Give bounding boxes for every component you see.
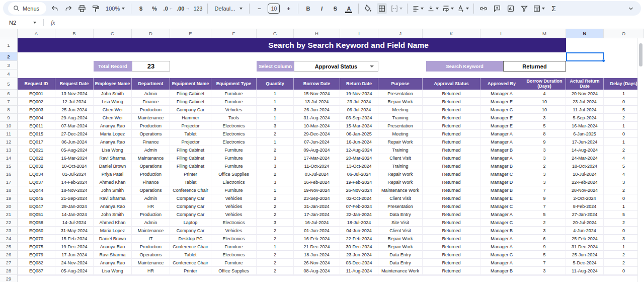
table-column-header[interactable]: Request Date xyxy=(55,78,94,90)
row-header-1[interactable]: 1 xyxy=(0,38,18,52)
table-column-header[interactable]: Equipment Type xyxy=(211,78,257,90)
table-cell[interactable]: Manager C xyxy=(480,219,523,227)
table-cell[interactable]: Manager C xyxy=(480,251,523,259)
table-cell[interactable]: Printer xyxy=(170,267,211,275)
table-cell[interactable]: 2 xyxy=(257,210,294,219)
table-cell[interactable]: Returned xyxy=(423,106,480,114)
table-cell[interactable]: Company Car xyxy=(170,202,211,210)
table-cell[interactable]: 3 xyxy=(523,154,566,162)
table-cell[interactable]: 09-Aug-2024 xyxy=(294,146,340,154)
row-header-11[interactable]: 11 xyxy=(0,130,18,138)
table-cell[interactable]: Ananya Rao xyxy=(94,138,132,146)
table-cell[interactable]: Ahmed Khan xyxy=(94,178,132,186)
insert-chart-button[interactable] xyxy=(506,3,516,14)
table-cell[interactable]: Electronics xyxy=(211,178,257,186)
table-cell[interactable]: EQ001 xyxy=(18,90,55,98)
table-cell[interactable]: 11-Aug-2024 xyxy=(566,267,604,275)
table-cell[interactable]: 3 xyxy=(523,114,566,122)
vertical-align-button[interactable] xyxy=(427,3,439,14)
table-cell[interactable]: 1 xyxy=(257,114,294,122)
table-cell[interactable]: Manager B xyxy=(480,186,523,194)
table-cell[interactable]: John Smith xyxy=(94,186,132,194)
column-header-G[interactable]: G xyxy=(257,29,294,38)
table-cell[interactable]: 24-Nov-2024 xyxy=(55,259,94,267)
table-cell[interactable]: 3 xyxy=(257,122,294,130)
table-cell[interactable]: 13-Nov-2024 xyxy=(55,90,94,98)
column-header-K[interactable]: K xyxy=(423,29,480,38)
table-cell[interactable]: 08-Aug-2024 xyxy=(294,267,340,275)
horizontal-align-button[interactable] xyxy=(412,3,424,14)
table-cell[interactable]: Data Entry xyxy=(378,210,423,219)
table-cell[interactable]: 3 xyxy=(523,227,566,235)
table-cell[interactable]: 1 xyxy=(257,138,294,146)
print-button[interactable] xyxy=(77,3,87,14)
column-header-O[interactable]: O xyxy=(604,29,644,38)
table-cell[interactable]: 25-Jun-2024 xyxy=(55,106,94,114)
paint-format-button[interactable] xyxy=(91,3,101,14)
table-cell[interactable]: 2 xyxy=(523,219,566,227)
table-cell[interactable]: 5-Dec-2024 xyxy=(566,259,604,267)
column-header-I[interactable]: I xyxy=(340,29,378,38)
table-cell[interactable]: Returned xyxy=(423,162,480,170)
table-cell[interactable]: Repair Work xyxy=(378,98,423,106)
table-cell[interactable]: Filing Cabinet xyxy=(170,98,211,106)
table-cell[interactable]: EQ087 xyxy=(18,267,55,275)
table-cell[interactable]: 23-Jul-2024 xyxy=(340,98,378,106)
table-cell[interactable]: EQ060 xyxy=(18,227,55,235)
table-cell[interactable]: Projector xyxy=(170,122,211,130)
table-cell[interactable]: Manager E xyxy=(480,98,523,106)
table-cell[interactable]: 31-May-2024 xyxy=(55,227,94,235)
row-header-21[interactable]: 21 xyxy=(0,210,18,219)
table-cell[interactable]: 3 xyxy=(523,170,566,178)
table-cell[interactable]: 13-Jul-2024 xyxy=(294,98,340,106)
table-cell[interactable]: Presentation xyxy=(378,202,423,210)
table-cell[interactable]: Production xyxy=(132,122,170,130)
table-cell[interactable]: Returned xyxy=(423,259,480,267)
select-all-corner[interactable] xyxy=(0,29,18,38)
text-color-button[interactable]: A xyxy=(344,3,354,14)
table-cell[interactable]: Ravi Sharma xyxy=(94,251,132,259)
table-cell[interactable]: Filing Cabinet xyxy=(170,154,211,162)
table-cell[interactable]: Ananya Rao xyxy=(94,243,132,251)
table-cell[interactable]: Printer xyxy=(170,170,211,178)
table-cell[interactable]: 02-Oct-2024 xyxy=(340,194,378,202)
table-cell[interactable]: Tablet xyxy=(170,130,211,138)
table-column-header[interactable]: Department xyxy=(132,78,170,90)
table-column-header[interactable]: Approval Status xyxy=(423,78,480,90)
table-column-header[interactable]: Approved By xyxy=(480,78,523,90)
table-cell[interactable]: Manager A xyxy=(480,259,523,267)
table-cell[interactable]: Manager B xyxy=(480,162,523,170)
table-cell[interactable]: Filing Cabinet xyxy=(170,162,211,170)
table-cell[interactable]: 14-Jan-2024 xyxy=(55,210,94,219)
table-cell[interactable]: Furniture xyxy=(211,186,257,194)
table-cell[interactable]: Repair Work xyxy=(378,243,423,251)
row-header-16[interactable]: 16 xyxy=(0,170,18,178)
row-header-10[interactable]: 10 xyxy=(0,122,18,130)
table-cell[interactable]: Returned xyxy=(423,90,480,98)
table-cell[interactable]: 1 xyxy=(257,98,294,106)
table-cell[interactable]: HR xyxy=(132,267,170,275)
table-cell[interactable]: Manager A xyxy=(480,130,523,138)
table-cell[interactable]: Vehicles xyxy=(211,202,257,210)
table-cell[interactable]: 5 xyxy=(523,210,566,219)
table-cell[interactable]: Vehicles xyxy=(211,194,257,202)
table-cell[interactable]: Electronics xyxy=(211,122,257,130)
table-cell[interactable]: Manager B xyxy=(480,146,523,154)
table-cell[interactable]: EQ045 xyxy=(18,194,55,202)
table-cell[interactable]: HR xyxy=(132,202,170,210)
table-cell[interactable]: Projector xyxy=(170,138,211,146)
table-cell[interactable]: Manager A xyxy=(480,210,523,219)
table-cell[interactable]: 7 xyxy=(523,186,566,194)
table-column-header[interactable]: Employee Name xyxy=(94,78,132,90)
table-cell[interactable]: 19-Feb-2024 xyxy=(340,178,378,186)
table-cell[interactable]: Ravi Sharma xyxy=(94,154,132,162)
table-cell[interactable]: 3 xyxy=(257,106,294,114)
table-cell[interactable]: 18-Nov-2024 xyxy=(55,186,94,194)
row-header-14[interactable]: 14 xyxy=(0,154,18,162)
table-column-header[interactable]: Request ID xyxy=(18,78,55,90)
table-cell[interactable]: 5 xyxy=(523,122,566,130)
table-cell[interactable]: 2 xyxy=(257,146,294,154)
table-cell[interactable]: Manager E xyxy=(480,194,523,202)
italic-button[interactable]: I xyxy=(316,3,327,14)
table-cell[interactable]: Presentation xyxy=(378,122,423,130)
